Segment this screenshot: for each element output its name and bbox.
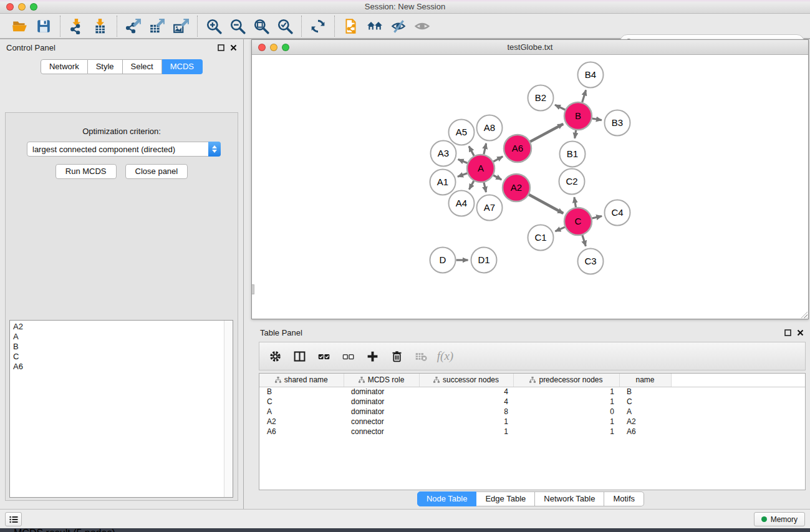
table-cell[interactable]: A: [259, 407, 344, 417]
table-cell[interactable]: 8: [419, 407, 513, 417]
graph-edge-C-C4[interactable]: [592, 216, 602, 218]
close-panel-icon[interactable]: [230, 44, 237, 51]
table-cell[interactable]: connector: [344, 427, 419, 437]
table-cell[interactable]: 1: [513, 397, 619, 407]
zoom-out-button[interactable]: [226, 16, 249, 37]
table-settings-gear-button[interactable]: [266, 346, 284, 367]
column-header-MCDS-role[interactable]: MCDS role: [344, 374, 419, 387]
delete-column-trash-button[interactable]: [387, 346, 406, 367]
table-cell[interactable]: 1: [513, 417, 619, 427]
table-cell[interactable]: dominator: [344, 397, 419, 407]
export-image-button[interactable]: [169, 16, 193, 37]
run-mcds-button[interactable]: Run MCDS: [55, 164, 117, 179]
show-panels-button[interactable]: [5, 512, 22, 526]
graph-edge-B-B3[interactable]: [592, 118, 602, 120]
table-cell[interactable]: 4: [419, 387, 513, 397]
graph-edge-A6-B[interactable]: [530, 124, 563, 142]
zoom-fit-button[interactable]: [249, 16, 273, 37]
refresh-view-button[interactable]: [306, 16, 330, 37]
graph-edge-B-B2[interactable]: [555, 105, 565, 110]
export-network-button[interactable]: [122, 16, 145, 37]
graph-edge-B-B4[interactable]: [582, 90, 586, 102]
table-cell[interactable]: B: [259, 387, 344, 397]
column-header-predecessor-nodes[interactable]: predecessor nodes: [513, 374, 619, 387]
show-columns-button[interactable]: [290, 346, 309, 367]
mcds-result-item[interactable]: A: [10, 332, 224, 342]
column-header-name[interactable]: name: [619, 374, 671, 387]
table-cell[interactable]: C: [259, 397, 344, 407]
table-row[interactable]: A6connector11A6: [259, 427, 805, 437]
table-cell[interactable]: 4: [419, 397, 513, 407]
criterion-dropdown[interactable]: largest connected component (directed): [27, 142, 221, 157]
tab-style[interactable]: Style: [88, 59, 123, 74]
table-cell[interactable]: A2: [259, 417, 344, 427]
graph-edge-A-A1[interactable]: [458, 173, 467, 177]
tab-edge-table[interactable]: Edge Table: [476, 491, 535, 506]
table-row[interactable]: Cdominator41C: [259, 397, 805, 407]
tab-node-table[interactable]: Node Table: [417, 491, 477, 506]
mcds-result-item[interactable]: A2: [10, 322, 224, 332]
tab-mcds[interactable]: MCDS: [162, 59, 203, 74]
table-cell[interactable]: A: [619, 407, 671, 417]
select-all-checkboxes-button[interactable]: [314, 346, 333, 367]
mcds-result-item[interactable]: C: [10, 352, 224, 362]
table-cell[interactable]: C: [619, 397, 671, 407]
add-column-plus-button[interactable]: [363, 346, 382, 367]
import-network-button[interactable]: [65, 16, 89, 37]
mcds-result-item[interactable]: A6: [10, 362, 224, 372]
graph-edge-C-C3[interactable]: [582, 235, 586, 246]
table-row[interactable]: Bdominator41B: [259, 387, 805, 397]
graph-edge-A-A4[interactable]: [469, 181, 474, 190]
zoom-selected-button[interactable]: [273, 16, 297, 37]
minimize-window-button[interactable]: [18, 3, 26, 11]
title-bar[interactable]: Session: New Session: [0, 0, 810, 14]
home-view-button[interactable]: [363, 16, 387, 37]
float-panel-icon[interactable]: [218, 44, 224, 51]
close-table-panel-icon[interactable]: [797, 329, 804, 336]
panel-split-handle[interactable]: [252, 284, 254, 294]
close-window-button[interactable]: [6, 3, 14, 11]
table-cell[interactable]: connector: [344, 417, 419, 427]
export-table-button[interactable]: [145, 16, 169, 37]
import-table-button[interactable]: [89, 16, 112, 37]
graph-edge-A-A8[interactable]: [484, 143, 486, 155]
table-cell[interactable]: B: [619, 387, 671, 397]
table-cell[interactable]: A6: [619, 427, 671, 437]
memory-button[interactable]: Memory: [754, 512, 805, 526]
network-window-titlebar[interactable]: testGlobe.txt: [252, 40, 808, 55]
table-cell[interactable]: 1: [419, 427, 513, 437]
zoom-window-button[interactable]: [30, 3, 37, 11]
table-cell[interactable]: 0: [513, 407, 619, 417]
deselect-all-checkboxes-button[interactable]: [339, 346, 357, 367]
graph-edge-C-C1[interactable]: [555, 227, 564, 231]
tab-network[interactable]: Network: [41, 59, 88, 74]
column-header-successor-nodes[interactable]: successor nodes: [419, 374, 513, 387]
network-from-file-button[interactable]: [339, 16, 363, 37]
network-close-button[interactable]: [258, 44, 266, 51]
show-graphics-details-button[interactable]: [410, 16, 434, 37]
float-table-panel-icon[interactable]: [784, 329, 791, 336]
table-cell[interactable]: 1: [419, 417, 513, 427]
network-minimize-button[interactable]: [270, 44, 277, 51]
network-view-window[interactable]: testGlobe.txt B4B2BB3A8A5A6A3B1AC2A1A2A4…: [251, 39, 809, 319]
graph-edge-C-C2[interactable]: [574, 197, 576, 207]
mcds-result-item[interactable]: B: [10, 342, 224, 352]
graph-edge-B-B1[interactable]: [575, 130, 576, 138]
graph-edge-A-A5[interactable]: [469, 146, 474, 155]
network-zoom-button[interactable]: [282, 44, 289, 51]
table-row[interactable]: Adominator80A: [259, 407, 805, 417]
open-file-button[interactable]: [8, 16, 32, 37]
save-session-button[interactable]: [32, 16, 55, 37]
table-row[interactable]: A2connector11A2: [259, 417, 805, 427]
graph-edge-A-A2[interactable]: [493, 175, 501, 180]
table-cell[interactable]: 1: [513, 387, 619, 397]
graph-edge-A-A3[interactable]: [458, 159, 468, 163]
hide-graphics-details-button[interactable]: [387, 16, 410, 37]
tab-motifs[interactable]: Motifs: [604, 491, 644, 506]
table-cell[interactable]: 1: [513, 427, 619, 437]
table-cell[interactable]: A2: [619, 417, 671, 427]
table-cell[interactable]: dominator: [344, 407, 419, 417]
tab-network-table[interactable]: Network Table: [535, 491, 604, 506]
column-header-shared-name[interactable]: shared name: [259, 374, 344, 387]
tab-select[interactable]: Select: [123, 59, 162, 74]
